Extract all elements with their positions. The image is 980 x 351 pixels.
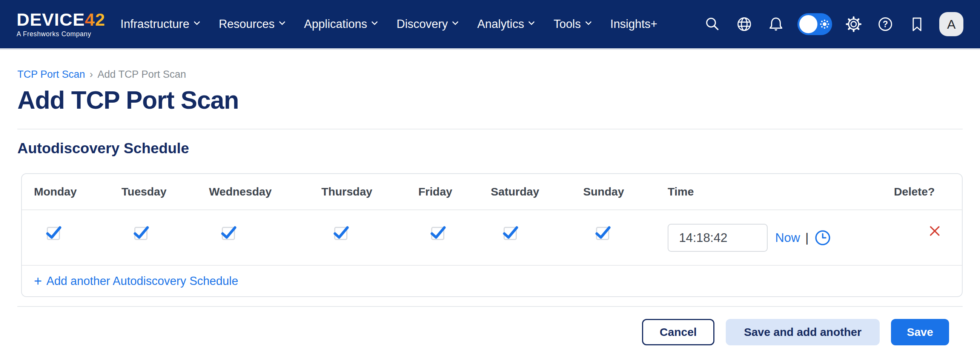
brand-name: DEVICE42 <box>17 11 105 28</box>
checkmark-icon <box>595 225 612 242</box>
settings-button[interactable] <box>842 13 865 36</box>
brand-accent: 42 <box>85 10 105 29</box>
menu-resources[interactable]: Resources <box>219 18 285 31</box>
user-avatar[interactable]: A <box>939 12 963 36</box>
column-header-delete: Delete? <box>867 174 963 210</box>
table-header-row: Monday Tuesday Wednesday Thursday Friday… <box>22 174 963 210</box>
checkmark-icon <box>220 225 238 242</box>
menu-discovery[interactable]: Discovery <box>396 18 458 31</box>
menu-insights[interactable]: Insights+ <box>610 18 657 31</box>
search-icon <box>704 16 721 32</box>
help-button[interactable]: ? <box>873 13 897 36</box>
add-schedule-link[interactable]: + Add another Autodiscovery Schedule <box>34 273 238 289</box>
breadcrumb-current: Add TCP Port Scan <box>98 69 186 80</box>
brand-subtitle: A Freshworks Company <box>17 31 105 38</box>
clock-icon <box>814 229 831 246</box>
brand-logo[interactable]: DEVICE42 A Freshworks Company <box>17 11 105 38</box>
navbar-actions: ? A <box>701 12 963 36</box>
time-input[interactable] <box>668 224 768 252</box>
chevron-down-icon <box>279 19 286 25</box>
time-picker-button[interactable] <box>814 229 831 246</box>
menu-infrastructure[interactable]: Infrastructure <box>120 18 199 31</box>
checkmark-icon <box>45 225 63 242</box>
column-header-monday: Monday <box>22 174 110 210</box>
column-header-sunday: Sunday <box>571 174 655 210</box>
checkbox-thursday[interactable] <box>334 227 347 240</box>
page-content: TCP Port Scan › Add TCP Port Scan Add TC… <box>0 69 980 345</box>
checkbox-monday[interactable] <box>47 227 60 240</box>
theme-toggle[interactable] <box>797 13 832 35</box>
checkbox-wednesday[interactable] <box>222 227 235 240</box>
checkmark-icon <box>430 225 447 242</box>
column-header-friday: Friday <box>406 174 479 210</box>
plus-icon: + <box>34 273 42 289</box>
checkbox-friday[interactable] <box>431 227 444 240</box>
footer-divider <box>18 306 963 307</box>
breadcrumb: TCP Port Scan › Add TCP Port Scan <box>18 69 963 80</box>
gear-icon <box>845 15 863 33</box>
globe-icon <box>735 16 753 33</box>
menu-applications[interactable]: Applications <box>304 18 377 31</box>
column-header-saturday: Saturday <box>479 174 571 210</box>
bookmark-icon <box>909 16 925 32</box>
column-header-thursday: Thursday <box>309 174 406 210</box>
add-schedule-row: + Add another Autodiscovery Schedule <box>22 265 963 296</box>
breadcrumb-separator: › <box>90 69 93 80</box>
section-heading: Autodiscovery Schedule <box>18 140 963 156</box>
menu-tools[interactable]: Tools <box>554 18 590 31</box>
chevron-down-icon <box>528 19 535 25</box>
chevron-down-icon <box>452 19 459 25</box>
checkmark-icon <box>133 225 150 242</box>
column-header-tuesday: Tuesday <box>110 174 197 210</box>
bookmark-button[interactable] <box>905 13 929 36</box>
time-cell: Now | <box>668 224 867 252</box>
language-button[interactable] <box>733 13 756 36</box>
breadcrumb-link[interactable]: TCP Port Scan <box>18 69 85 80</box>
now-link[interactable]: Now <box>775 231 800 245</box>
main-menu: Infrastructure Resources Applications Di… <box>120 18 657 31</box>
chevron-down-icon <box>585 19 592 25</box>
sun-icon <box>820 19 829 29</box>
autodiscovery-schedule-table: Monday Tuesday Wednesday Thursday Friday… <box>21 173 963 297</box>
pipe-separator: | <box>805 231 809 245</box>
bell-icon <box>767 16 784 33</box>
cancel-button[interactable]: Cancel <box>642 319 714 345</box>
checkmark-icon <box>333 225 350 242</box>
save-button[interactable]: Save <box>891 319 949 345</box>
checkbox-saturday[interactable] <box>504 227 517 240</box>
notifications-button[interactable] <box>764 13 788 36</box>
checkbox-tuesday[interactable] <box>134 227 148 240</box>
checkbox-sunday[interactable] <box>596 227 609 240</box>
chevron-down-icon <box>372 19 378 25</box>
page-title: Add TCP Port Scan <box>18 86 963 114</box>
svg-text:?: ? <box>883 19 888 29</box>
checkmark-icon <box>502 225 519 242</box>
footer-actions: Cancel Save and add another Save <box>18 319 963 345</box>
chevron-down-icon <box>194 19 200 25</box>
delete-row-button[interactable] <box>929 225 941 238</box>
help-icon: ? <box>877 16 894 33</box>
column-header-wednesday: Wednesday <box>197 174 309 210</box>
divider <box>18 129 963 129</box>
schedule-row: Now | <box>22 210 963 265</box>
toggle-knob-icon <box>799 15 818 33</box>
menu-analytics[interactable]: Analytics <box>477 18 534 31</box>
top-navbar: DEVICE42 A Freshworks Company Infrastruc… <box>0 0 980 50</box>
save-and-add-another-button[interactable]: Save and add another <box>726 319 880 345</box>
search-button[interactable] <box>701 13 724 36</box>
column-header-time: Time <box>655 174 867 210</box>
delete-x-icon <box>929 225 941 237</box>
